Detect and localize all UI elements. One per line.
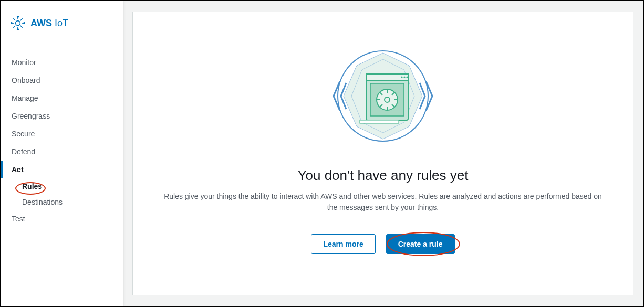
empty-state-card: You don't have any rules yet Rules give … [132,12,633,295]
learn-more-button[interactable]: Learn more [311,234,375,254]
svg-point-11 [11,23,12,24]
svg-point-10 [17,29,19,30]
aws-iot-icon [11,16,25,30]
svg-line-6 [20,26,23,28]
svg-point-18 [401,76,402,78]
nav-item-manage[interactable]: Manage [1,89,123,107]
sidebar-nav: Monitor Onboard Manage Greengrass Secure… [1,43,123,228]
rules-illustration-icon [325,44,441,149]
sidebar-header: AWS IoT [1,1,123,43]
nav-item-act[interactable]: Act [1,161,123,178]
nav-item-secure[interactable]: Secure [1,125,123,143]
empty-state-description: Rules give your things the ability to in… [162,191,604,213]
svg-point-9 [17,16,19,17]
svg-point-20 [406,76,408,78]
nav-item-defend[interactable]: Defend [1,143,123,161]
svg-line-5 [13,18,15,20]
svg-rect-32 [360,120,399,123]
nav-item-onboard[interactable]: Onboard [1,71,123,89]
svg-line-7 [20,18,23,20]
sidebar-title: AWS IoT [30,18,68,29]
nav-item-test[interactable]: Test [1,210,123,228]
create-rule-button[interactable]: Create a rule [386,234,455,254]
sidebar: AWS IoT Monitor Onboard Manage Greengras… [1,1,123,306]
svg-point-0 [16,21,20,26]
empty-state-title: You don't have any rules yet [298,167,469,184]
svg-line-8 [13,26,15,28]
nav-item-monitor[interactable]: Monitor [1,54,123,71]
svg-point-12 [24,23,25,24]
nav-subitem-destinations[interactable]: Destinations [1,194,123,210]
nav-item-greengrass[interactable]: Greengrass [1,107,123,125]
main-content: You don't have any rules yet Rules give … [123,1,643,306]
button-row: Learn more Create a rule [311,234,454,254]
svg-point-19 [403,76,405,78]
nav-subitem-rules[interactable]: Rules [1,178,123,194]
